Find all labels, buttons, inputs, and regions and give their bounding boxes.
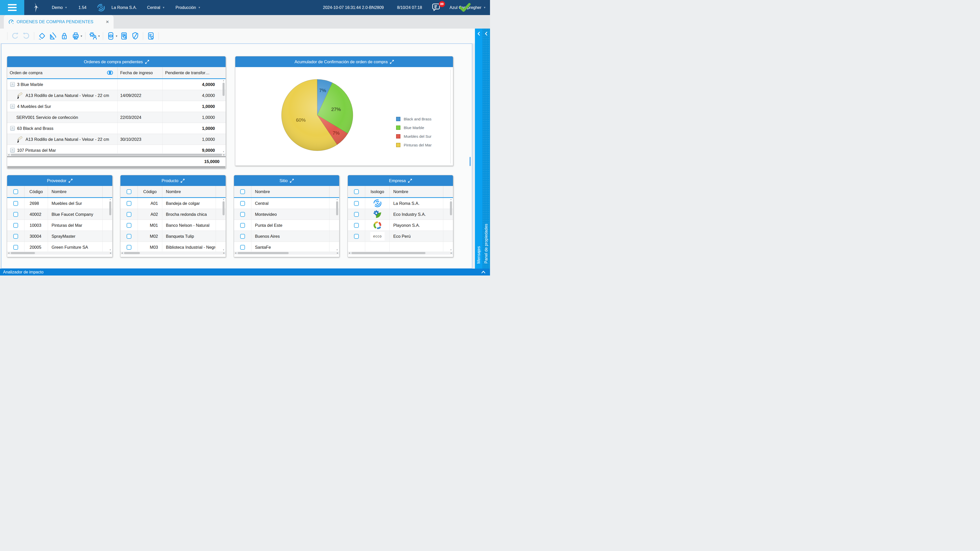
row-checkbox[interactable] xyxy=(127,201,131,206)
preview-eye-icon[interactable] xyxy=(105,30,116,41)
order-group-row[interactable]: −107 Pinturas del Mar9,0000 xyxy=(7,145,226,153)
row-checkbox[interactable] xyxy=(240,245,245,250)
table-row[interactable]: M01Banco Nelson - Natural xyxy=(121,220,226,231)
select-all-checkbox-cell[interactable] xyxy=(121,186,138,197)
process-config-icon[interactable] xyxy=(88,30,99,41)
notifications-button[interactable]: 89 xyxy=(432,3,441,13)
row-checkbox[interactable] xyxy=(127,245,131,250)
order-group-row[interactable]: −4 Muebles del Sur1,0000 xyxy=(7,101,226,112)
column-header-pendiente[interactable]: Pendiente de transfor… xyxy=(162,67,222,78)
sitio-vertical-scrollbar[interactable]: ▲▼ xyxy=(335,198,339,251)
collapse-toggle-icon[interactable]: − xyxy=(10,148,15,152)
document-search-icon[interactable] xyxy=(118,30,130,41)
table-row[interactable]: SantaFe xyxy=(234,242,339,251)
chevron-down-icon[interactable]: ▼ xyxy=(80,35,83,38)
select-all-checkbox[interactable] xyxy=(354,189,359,194)
row-checkbox[interactable] xyxy=(354,201,359,206)
table-row[interactable]: 40002Blue Faucet Company xyxy=(7,209,112,220)
table-row[interactable]: La Roma S.A. xyxy=(348,198,453,209)
order-group-row[interactable]: −3 Blue Marble4,0000 xyxy=(7,79,226,90)
expand-icon[interactable] xyxy=(181,179,185,183)
row-checkbox[interactable] xyxy=(13,234,18,239)
demo-menu[interactable]: Demo▼ xyxy=(52,5,67,10)
table-row[interactable]: A01Bandeja de colgar xyxy=(121,198,226,209)
producto-vertical-scrollbar[interactable]: ▲▼ xyxy=(222,198,225,251)
row-checkbox[interactable] xyxy=(354,223,359,228)
cancel-document-icon[interactable] xyxy=(145,30,156,41)
column-header-código[interactable]: Código xyxy=(138,186,162,197)
collapse-toggle-icon[interactable]: − xyxy=(10,126,15,130)
table-row[interactable]: Montevideo xyxy=(234,209,339,220)
security-shield-icon[interactable] xyxy=(130,30,141,41)
row-checkbox[interactable] xyxy=(13,201,18,206)
menu-icon[interactable] xyxy=(0,0,24,15)
row-checkbox[interactable] xyxy=(240,212,245,217)
design-ruler-pencil-icon[interactable] xyxy=(48,30,59,41)
side-tab-mensajes[interactable]: Mensajes xyxy=(475,29,482,268)
page-scrollbar-thumb[interactable] xyxy=(469,157,471,166)
orders-vertical-scrollbar[interactable]: ▲▼ xyxy=(222,79,225,153)
eraser-icon[interactable] xyxy=(36,30,48,41)
order-item-row[interactable]: A13 Rodillo de Lana Natural - Velour - 2… xyxy=(7,134,226,145)
table-row[interactable]: 30004SprayMaster xyxy=(7,231,112,242)
undo-button[interactable] xyxy=(10,30,21,41)
select-all-checkbox-cell[interactable] xyxy=(234,186,251,197)
table-row[interactable]: 2698Muebles del Sur xyxy=(7,198,112,209)
confirm-check-button[interactable] xyxy=(458,1,472,14)
chevron-down-icon[interactable]: ▼ xyxy=(98,35,100,38)
table-row[interactable]: Punta del Este xyxy=(234,220,339,231)
table-row[interactable]: 10003Pinturas del Mar xyxy=(7,220,112,231)
table-row[interactable]: A02Brocha redonda chica xyxy=(121,209,226,220)
select-all-checkbox[interactable] xyxy=(127,189,131,194)
expand-icon[interactable] xyxy=(290,179,294,183)
tab-close-icon[interactable]: ✕ xyxy=(106,20,109,24)
row-checkbox[interactable] xyxy=(13,245,18,250)
row-checkbox[interactable] xyxy=(13,212,18,217)
chevron-down-icon[interactable]: ▼ xyxy=(115,35,118,38)
row-checkbox[interactable] xyxy=(13,223,18,228)
row-checkbox[interactable] xyxy=(240,234,245,239)
table-row[interactable]: Central xyxy=(234,198,339,209)
tab-ordenes-de-compra-pendientes[interactable]: ORDENES DE COMPRA PENDIENTES ✕ xyxy=(4,15,114,29)
proveedor-vertical-scrollbar[interactable]: ▲▼ xyxy=(108,198,112,251)
print-button[interactable] xyxy=(70,30,81,41)
row-checkbox[interactable] xyxy=(240,201,245,206)
select-all-checkbox[interactable] xyxy=(240,189,245,194)
table-row[interactable]: Playonon S.A. xyxy=(348,220,453,231)
column-header-código[interactable]: Código xyxy=(24,186,48,197)
site-menu[interactable]: Central▼ xyxy=(147,5,165,10)
row-checkbox[interactable] xyxy=(354,234,359,239)
row-checkbox[interactable] xyxy=(127,234,131,239)
table-row[interactable]: Buenos Aires xyxy=(234,231,339,242)
column-header-isologo[interactable]: Isologo xyxy=(365,186,390,197)
column-header-nombre[interactable]: Nombre xyxy=(251,186,329,197)
column-header-nombre[interactable]: Nombre xyxy=(48,186,103,197)
table-row[interactable]: 20005Green Furniture SA xyxy=(7,242,112,251)
row-checkbox[interactable] xyxy=(127,212,131,217)
empresa-horizontal-scrollbar[interactable]: ◀▶ xyxy=(348,251,453,254)
collapse-toggle-icon[interactable]: − xyxy=(10,82,15,87)
expand-icon[interactable] xyxy=(145,60,149,64)
proveedor-horizontal-scrollbar[interactable]: ◀▶ xyxy=(7,251,112,254)
order-item-row[interactable]: A13 Rodillo de Lana Natural - Velour - 2… xyxy=(7,90,226,101)
collapse-toggle-icon[interactable]: − xyxy=(10,104,15,109)
environment-menu[interactable]: Producción▼ xyxy=(176,5,200,10)
table-row[interactable]: eccoEco Perú xyxy=(348,231,453,242)
select-all-checkbox[interactable] xyxy=(13,189,18,194)
row-checkbox[interactable] xyxy=(240,223,245,228)
orders-horizontal-scrollbar[interactable]: ◀▶ xyxy=(7,153,226,156)
intersect-filter-icon[interactable] xyxy=(107,70,113,76)
expand-icon[interactable] xyxy=(68,179,73,183)
column-header-orden-de-compra[interactable]: Orden de compra xyxy=(7,67,118,78)
table-row[interactable]: M02Banqueta Tulip xyxy=(121,231,226,242)
table-row[interactable]: Eco Industry S.A. xyxy=(348,209,453,220)
column-header-fecha-de-ingreso[interactable]: Fecha de ingreso xyxy=(118,67,162,78)
expand-icon[interactable] xyxy=(390,60,394,64)
table-row[interactable]: M03Biblioteca Industrial - Negro xyxy=(121,242,226,251)
column-header-nombre[interactable]: Nombre xyxy=(162,186,216,197)
order-item-row[interactable]: SERV001 Servicio de confección22/03/2024… xyxy=(7,112,226,123)
expand-icon[interactable] xyxy=(408,179,412,183)
row-checkbox[interactable] xyxy=(127,223,131,228)
row-checkbox[interactable] xyxy=(354,212,359,217)
empresa-vertical-scrollbar[interactable]: ▲▼ xyxy=(449,198,453,251)
